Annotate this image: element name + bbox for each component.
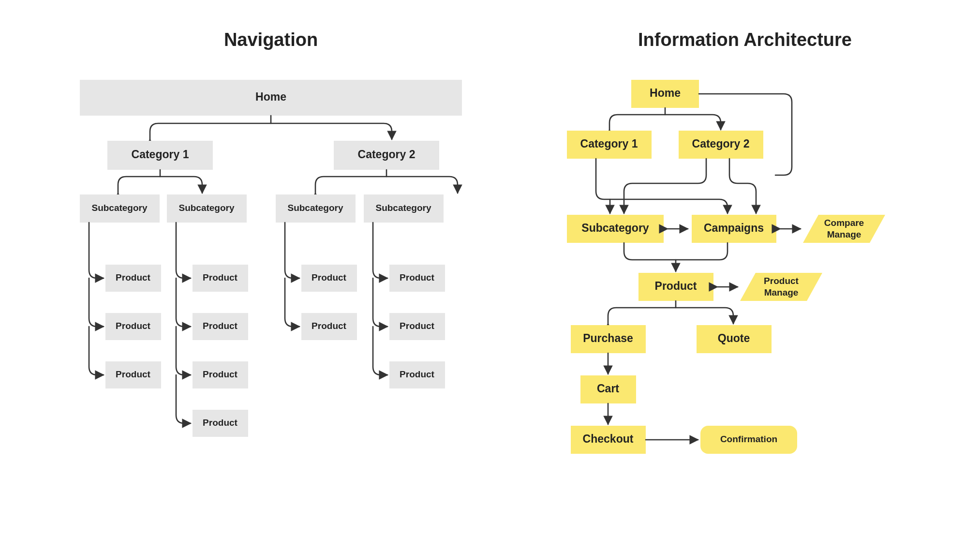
nav-sub-4-label: Subcategory [375,203,431,213]
nav-prod: Product [105,265,161,292]
navigation-title: Navigation [224,30,318,50]
ia-cat1-label: Category 1 [580,137,638,150]
product-label: Product [116,272,150,283]
nav-cat1-label: Category 1 [132,148,189,161]
connector [89,223,104,278]
connector [176,223,191,278]
connector [176,375,191,423]
nav-cat2: Category 2 [334,141,439,170]
product-label: Product [116,321,150,331]
nav-col-3: Product Product [285,223,357,340]
product-label: Product [312,272,346,283]
ia-subcategory: Subcategory [567,215,664,243]
nav-home: Home [80,80,462,116]
nav-sub-2: Subcategory [167,194,247,223]
ia-checkout: Checkout [571,426,646,454]
nav-sub-3-label: Subcategory [287,203,343,213]
ia-home: Home [631,80,699,108]
ia-cart: Cart [580,375,636,403]
ia-pm1-label: Product [764,276,799,286]
connector [315,177,458,193]
connector [285,223,299,278]
ia-confirmation: Confirmation [700,426,797,454]
ia-camp-label: Campaigns [704,222,764,234]
nav-prod: Product [301,313,357,340]
ia-purchase: Purchase [571,325,646,353]
nav-col-2: Product Product Product Product [176,223,248,437]
nav-cat2-label: Category 2 [358,148,416,161]
ia-title: Information Architecture [638,30,852,50]
nav-prod: Product [389,313,445,340]
ia-purchase-label: Purchase [583,332,633,344]
navigation-panel: Navigation Home Category 1 Category 2 Su… [80,30,462,437]
nav-sub-4: Subcategory [364,194,444,223]
nav-prod: Product [193,265,248,292]
connector [89,327,104,375]
connector [285,278,299,327]
nav-cat1: Category 1 [107,141,213,170]
nav-prod: Product [105,313,161,340]
product-label: Product [203,321,238,331]
product-label: Product [400,272,434,283]
product-label: Product [116,369,150,379]
product-label: Product [400,369,434,379]
product-label: Product [400,321,434,331]
ia-quote-label: Quote [718,332,750,344]
ia-compare-manage: Compare Manage [803,215,885,243]
connector [118,177,202,193]
ia-prod-label: Product [655,280,697,292]
connector [624,159,706,213]
ia-cat2-label: Category 2 [692,137,750,150]
ia-cat1: Category 1 [567,131,652,159]
connector [608,308,733,324]
nav-col-1: Product Product Product [89,223,161,388]
connector [596,159,728,213]
ia-pm2-label: Manage [764,287,799,298]
ia-confirm-label: Confirmation [720,434,777,444]
connector [609,115,721,130]
nav-prod: Product [301,265,357,292]
ia-cart-label: Cart [597,382,619,395]
nav-prod: Product [193,361,248,388]
nav-prod: Product [193,313,248,340]
ia-quote: Quote [697,325,772,353]
product-label: Product [203,369,238,379]
connector [176,327,191,375]
nav-prod: Product [193,410,248,437]
product-label: Product [203,272,238,283]
nav-home-label: Home [255,90,286,103]
nav-prod: Product [389,361,445,388]
ia-product: Product [638,273,713,301]
ia-checkout-label: Checkout [583,433,634,445]
ia-cmp2-label: Manage [827,229,861,239]
nav-sub-2-label: Subcategory [178,203,235,213]
connector [150,123,392,139]
ia-sub-label: Subcategory [581,222,649,234]
ia-home-label: Home [650,87,681,99]
connector [89,278,104,327]
product-label: Product [203,418,238,428]
nav-sub-1-label: Subcategory [91,203,148,213]
ia-product-manage: Product Manage [740,273,822,301]
connector [176,278,191,327]
connector [729,159,756,213]
nav-prod: Product [389,265,445,292]
ia-panel: Information Architecture Home Category 1… [567,30,885,454]
ia-campaigns: Campaigns [692,215,776,243]
ia-cmp1-label: Compare [824,218,864,228]
nav-prod: Product [105,361,161,388]
nav-sub-1: Subcategory [80,194,160,223]
nav-sub-3: Subcategory [276,194,356,223]
diagram-canvas: Navigation Home Category 1 Category 2 Su… [0,0,980,537]
product-label: Product [312,321,346,331]
connector [624,243,728,260]
connector [373,278,387,327]
ia-cat2: Category 2 [679,131,763,159]
nav-col-4: Product Product Product [373,223,445,388]
connector [373,327,387,375]
connector [373,223,387,278]
